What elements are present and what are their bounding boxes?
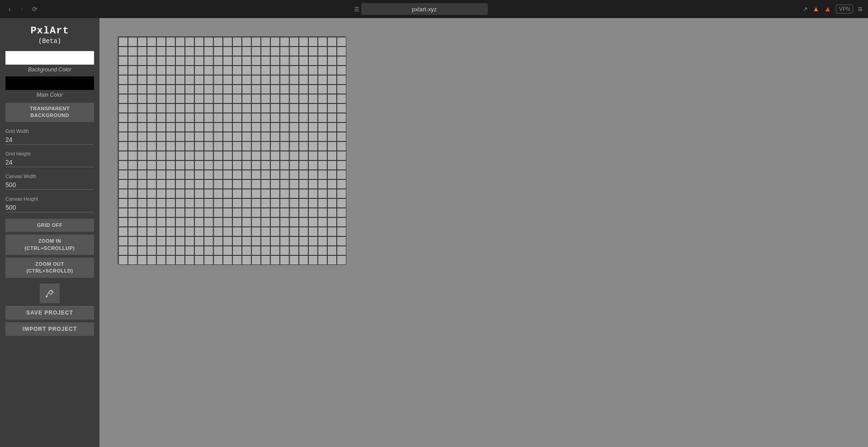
pixel-cell[interactable] bbox=[289, 122, 299, 132]
reload-button[interactable]: ⟳ bbox=[31, 5, 39, 13]
pixel-cell[interactable] bbox=[166, 170, 175, 179]
background-color-picker[interactable] bbox=[5, 51, 94, 65]
pixel-cell[interactable] bbox=[242, 236, 251, 246]
pixel-cell[interactable] bbox=[213, 113, 223, 122]
pixel-cell[interactable] bbox=[156, 141, 166, 151]
pixel-cell[interactable] bbox=[175, 208, 185, 217]
pixel-cell[interactable] bbox=[242, 198, 251, 208]
pixel-cell[interactable] bbox=[308, 47, 318, 56]
pixel-cell[interactable] bbox=[308, 179, 318, 189]
pixel-cell[interactable] bbox=[166, 56, 175, 66]
pixel-cell[interactable] bbox=[156, 246, 166, 255]
pixel-cell[interactable] bbox=[156, 236, 166, 246]
pixel-cell[interactable] bbox=[128, 37, 137, 47]
pixel-cell[interactable] bbox=[128, 236, 137, 246]
pixel-cell[interactable] bbox=[327, 246, 337, 255]
pixel-cell[interactable] bbox=[289, 227, 299, 236]
pixel-cell[interactable] bbox=[299, 94, 308, 104]
pixel-cell[interactable] bbox=[280, 160, 289, 170]
pixel-cell[interactable] bbox=[289, 170, 299, 179]
pixel-cell[interactable] bbox=[232, 151, 242, 160]
pixel-cell[interactable] bbox=[175, 104, 185, 113]
pixel-cell[interactable] bbox=[118, 208, 128, 217]
pixel-cell[interactable] bbox=[299, 104, 308, 113]
pixel-cell[interactable] bbox=[318, 85, 327, 94]
pixel-cell[interactable] bbox=[118, 113, 128, 122]
pixel-cell[interactable] bbox=[128, 198, 137, 208]
pixel-cell[interactable] bbox=[280, 141, 289, 151]
pixel-cell[interactable] bbox=[185, 141, 194, 151]
pixel-cell[interactable] bbox=[156, 113, 166, 122]
pixel-cell[interactable] bbox=[147, 255, 156, 265]
pixel-cell[interactable] bbox=[232, 246, 242, 255]
pixel-cell[interactable] bbox=[156, 179, 166, 189]
pixel-cell[interactable] bbox=[166, 217, 175, 227]
pixel-cell[interactable] bbox=[337, 75, 346, 85]
pixel-cell[interactable] bbox=[308, 151, 318, 160]
pixel-cell[interactable] bbox=[270, 85, 280, 94]
pixel-cell[interactable] bbox=[204, 141, 213, 151]
pixel-cell[interactable] bbox=[251, 246, 261, 255]
pixel-cell[interactable] bbox=[251, 255, 261, 265]
pixel-cell[interactable] bbox=[137, 94, 147, 104]
pixel-cell[interactable] bbox=[156, 94, 166, 104]
pixel-cell[interactable] bbox=[185, 75, 194, 85]
pixel-cell[interactable] bbox=[147, 122, 156, 132]
pixel-cell[interactable] bbox=[213, 170, 223, 179]
pixel-cell[interactable] bbox=[232, 227, 242, 236]
pixel-cell[interactable] bbox=[280, 179, 289, 189]
pixel-cell[interactable] bbox=[327, 151, 337, 160]
pixel-cell[interactable] bbox=[204, 104, 213, 113]
pixel-cell[interactable] bbox=[204, 198, 213, 208]
pixel-cell[interactable] bbox=[128, 170, 137, 179]
pixel-cell[interactable] bbox=[308, 122, 318, 132]
pixel-cell[interactable] bbox=[194, 66, 204, 75]
pixel-cell[interactable] bbox=[147, 56, 156, 66]
pixel-cell[interactable] bbox=[137, 227, 147, 236]
pixel-cell[interactable] bbox=[232, 132, 242, 141]
pixel-cell[interactable] bbox=[327, 56, 337, 66]
pixel-cell[interactable] bbox=[118, 189, 128, 198]
pixel-cell[interactable] bbox=[194, 85, 204, 94]
grid-off-button[interactable]: GRID OFF bbox=[5, 219, 94, 232]
pixel-cell[interactable] bbox=[204, 66, 213, 75]
pixel-cell[interactable] bbox=[213, 37, 223, 47]
pixel-cell[interactable] bbox=[337, 208, 346, 217]
pixel-cell[interactable] bbox=[308, 56, 318, 66]
pixel-cell[interactable] bbox=[261, 85, 270, 94]
pixel-cell[interactable] bbox=[337, 198, 346, 208]
pixel-cell[interactable] bbox=[308, 208, 318, 217]
pixel-cell[interactable] bbox=[147, 208, 156, 217]
pixel-cell[interactable] bbox=[118, 198, 128, 208]
pixel-cell[interactable] bbox=[337, 151, 346, 160]
pixel-cell[interactable] bbox=[318, 255, 327, 265]
pixel-cell[interactable] bbox=[137, 198, 147, 208]
pixel-cell[interactable] bbox=[213, 246, 223, 255]
pixel-cell[interactable] bbox=[251, 75, 261, 85]
pixel-cell[interactable] bbox=[118, 246, 128, 255]
pixel-cell[interactable] bbox=[185, 151, 194, 160]
pixel-cell[interactable] bbox=[194, 189, 204, 198]
pixel-cell[interactable] bbox=[166, 104, 175, 113]
pixel-cell[interactable] bbox=[251, 56, 261, 66]
pixel-cell[interactable] bbox=[175, 47, 185, 56]
pixel-cell[interactable] bbox=[137, 122, 147, 132]
pixel-cell[interactable] bbox=[251, 236, 261, 246]
pixel-cell[interactable] bbox=[232, 56, 242, 66]
pixel-cell[interactable] bbox=[204, 217, 213, 227]
pixel-cell[interactable] bbox=[261, 208, 270, 217]
pixel-cell[interactable] bbox=[261, 198, 270, 208]
pixel-cell[interactable] bbox=[270, 236, 280, 246]
pixel-cell[interactable] bbox=[223, 208, 232, 217]
pixel-cell[interactable] bbox=[194, 75, 204, 85]
pixel-cell[interactable] bbox=[166, 141, 175, 151]
pixel-cell[interactable] bbox=[289, 179, 299, 189]
pixel-cell[interactable] bbox=[147, 236, 156, 246]
pixel-cell[interactable] bbox=[327, 227, 337, 236]
pixel-cell[interactable] bbox=[232, 113, 242, 122]
pixel-cell[interactable] bbox=[194, 236, 204, 246]
pixel-cell[interactable] bbox=[299, 198, 308, 208]
pixel-cell[interactable] bbox=[299, 236, 308, 246]
pixel-cell[interactable] bbox=[251, 170, 261, 179]
pixel-cell[interactable] bbox=[280, 122, 289, 132]
